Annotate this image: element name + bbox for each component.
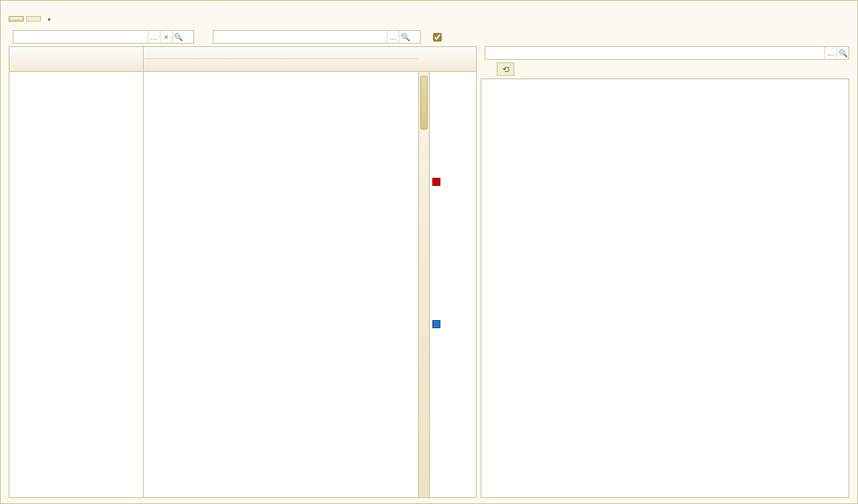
legend-bdds-swatch xyxy=(432,320,440,328)
legend-bdds xyxy=(432,320,473,328)
metrics-table[interactable] xyxy=(481,79,849,498)
filters-row: … × 🔍 … 🔍 xyxy=(9,30,849,44)
refresh-button[interactable]: ⟲ xyxy=(497,62,514,76)
scenario-analysis-checkbox[interactable] xyxy=(433,33,442,42)
right-panel: … 🔍 ⟲ xyxy=(481,46,849,498)
scenario-input[interactable] xyxy=(213,32,387,42)
show-metrics-button[interactable] xyxy=(26,16,41,21)
main: … 🔍 ⟲ xyxy=(9,46,849,498)
project-input[interactable] xyxy=(13,32,148,42)
project-clear-icon[interactable]: × xyxy=(160,31,172,43)
gantt-legend xyxy=(429,72,476,497)
gantt-task-list xyxy=(9,72,144,497)
scenario-search-icon[interactable]: 🔍 xyxy=(399,31,411,43)
budgets-dropdown[interactable] xyxy=(44,13,55,25)
generate-button[interactable] xyxy=(9,16,23,21)
base-scenario-input[interactable] xyxy=(485,48,824,58)
gantt-panel xyxy=(9,46,477,498)
base-scenario-ellipsis-icon[interactable]: … xyxy=(824,47,837,59)
project-field[interactable]: … × 🔍 xyxy=(13,30,194,44)
app-window: … × 🔍 … 🔍 xyxy=(0,0,858,504)
scenario-ellipsis-icon[interactable]: … xyxy=(387,31,399,43)
gantt-header xyxy=(9,47,476,72)
project-search-icon[interactable]: 🔍 xyxy=(172,31,184,43)
legend-project xyxy=(432,178,473,186)
base-scenario-search-icon[interactable]: 🔍 xyxy=(837,47,849,59)
project-ellipsis-icon[interactable]: … xyxy=(148,31,160,43)
gantt-scrollbar[interactable] xyxy=(418,72,429,497)
gantt-chart-area[interactable] xyxy=(144,72,418,497)
scenario-field[interactable]: … 🔍 xyxy=(213,30,421,44)
toolbar xyxy=(9,13,849,25)
gantt-body xyxy=(9,72,476,497)
legend-project-swatch xyxy=(432,178,440,186)
base-scenario-field[interactable]: … 🔍 xyxy=(485,46,849,60)
